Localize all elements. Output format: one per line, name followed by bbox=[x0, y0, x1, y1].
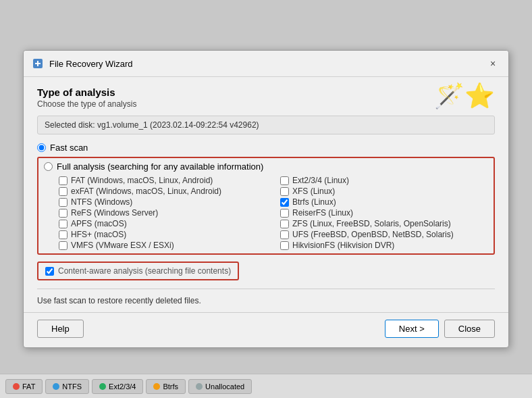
fast-scan-label[interactable]: Fast scan bbox=[50, 143, 88, 153]
fs-checkbox-apfs[interactable] bbox=[59, 220, 68, 228]
taskbar-dot bbox=[153, 383, 160, 390]
fs-label-xfs[interactable]: XFS (Linux) bbox=[292, 186, 335, 196]
taskbar-dot bbox=[13, 383, 20, 390]
next-button[interactable]: Next > bbox=[385, 320, 439, 338]
app-icon bbox=[32, 57, 44, 70]
fs-item-ntfs[interactable]: NTFS (Windows) bbox=[59, 197, 267, 207]
content-aware-checkbox[interactable] bbox=[45, 267, 54, 276]
fs-checkbox-exfat[interactable] bbox=[59, 187, 68, 196]
fs-checkbox-ntfs[interactable] bbox=[59, 198, 68, 207]
close-button[interactable]: Close bbox=[444, 320, 495, 338]
content-aware-label[interactable]: Content-aware analysis (searching file c… bbox=[58, 266, 231, 276]
taskbar-dot bbox=[99, 383, 106, 390]
fs-item-apfs[interactable]: APFS (macOS) bbox=[59, 219, 267, 228]
fs-label-reiserfs[interactable]: ReiserFS (Linux) bbox=[292, 208, 353, 218]
title-bar: File Recovery Wizard × bbox=[24, 51, 508, 77]
fs-label-apfs[interactable]: APFS (macOS) bbox=[71, 219, 127, 228]
fs-label-vmfs[interactable]: VMFS (VMware ESX / ESXi) bbox=[71, 241, 174, 250]
fs-label-btrfs[interactable]: Btrfs (Linux) bbox=[292, 197, 336, 207]
taskbar-label: Btrfs bbox=[163, 382, 178, 391]
fs-checkbox-ufs[interactable] bbox=[280, 230, 289, 239]
fs-item-fat[interactable]: FAT (Windows, macOS, Linux, Android) bbox=[59, 176, 267, 185]
help-button[interactable]: Help bbox=[37, 320, 84, 338]
fast-scan-option[interactable]: Fast scan bbox=[37, 143, 495, 153]
fs-label-zfs[interactable]: ZFS (Linux, FreeBSD, Solaris, OpenSolari… bbox=[292, 219, 451, 228]
fs-item-xfs[interactable]: XFS (Linux) bbox=[280, 186, 488, 196]
taskbar-item-unallocated[interactable]: Unallocated bbox=[188, 379, 252, 394]
full-analysis-option[interactable]: Full analysis (searching for any availab… bbox=[44, 161, 488, 172]
fs-item-hikvision[interactable]: HikvisionFS (Hikvision DVR) bbox=[280, 241, 488, 250]
fs-label-ntfs[interactable]: NTFS (Windows) bbox=[71, 197, 132, 207]
content-aware-section: Content-aware analysis (searching file c… bbox=[37, 262, 239, 280]
fs-item-reiserfs[interactable]: ReiserFS (Linux) bbox=[280, 208, 488, 218]
hint-text: Use fast scan to restore recently delete… bbox=[37, 289, 495, 305]
fs-label-hikvision[interactable]: HikvisionFS (Hikvision DVR) bbox=[292, 241, 394, 250]
fast-scan-radio[interactable] bbox=[37, 143, 46, 152]
header-section: Type of analysis Choose the type of anal… bbox=[24, 77, 508, 116]
fs-checkbox-fat[interactable] bbox=[59, 176, 68, 185]
fs-label-exfat[interactable]: exFAT (Windows, macOS, Linux, Android) bbox=[71, 186, 221, 196]
taskbar-item-ntfs[interactable]: NTFS bbox=[45, 379, 89, 394]
fs-label-ext234[interactable]: Ext2/3/4 (Linux) bbox=[292, 176, 349, 185]
taskbar-item-ext2/3/4[interactable]: Ext2/3/4 bbox=[92, 379, 143, 394]
filesystem-grid: FAT (Windows, macOS, Linux, Android)Ext2… bbox=[59, 176, 488, 250]
taskbar: FATNTFSExt2/3/4BtrfsUnallocated bbox=[0, 374, 532, 398]
fs-checkbox-refs[interactable] bbox=[59, 209, 68, 218]
fs-item-vmfs[interactable]: VMFS (VMware ESX / ESXi) bbox=[59, 241, 267, 250]
fs-item-ext234[interactable]: Ext2/3/4 (Linux) bbox=[280, 176, 488, 185]
taskbar-dot bbox=[53, 383, 59, 390]
fs-label-fat[interactable]: FAT (Windows, macOS, Linux, Android) bbox=[71, 176, 213, 185]
taskbar-label: NTFS bbox=[62, 382, 82, 391]
taskbar-label: Unallocated bbox=[205, 382, 244, 391]
fs-checkbox-btrfs[interactable] bbox=[280, 198, 289, 207]
selected-disk-info: Selected disk: vg1.volume_1 (2023.02.14-… bbox=[37, 116, 495, 134]
fs-checkbox-xfs[interactable] bbox=[280, 187, 289, 196]
fs-item-hfsplus[interactable]: HFS+ (macOS) bbox=[59, 230, 267, 239]
dialog-title: File Recovery Wizard bbox=[49, 59, 133, 69]
full-analysis-radio[interactable] bbox=[44, 162, 53, 171]
fs-checkbox-hikvision[interactable] bbox=[280, 241, 289, 250]
fs-item-refs[interactable]: ReFS (Windows Server) bbox=[59, 208, 267, 218]
fs-label-hfsplus[interactable]: HFS+ (macOS) bbox=[71, 230, 126, 239]
page-title: Type of analysis bbox=[37, 86, 136, 98]
fs-checkbox-ext234[interactable] bbox=[280, 176, 289, 185]
taskbar-label: Ext2/3/4 bbox=[109, 382, 136, 391]
fs-label-refs[interactable]: ReFS (Windows Server) bbox=[71, 208, 158, 218]
fs-checkbox-hfsplus[interactable] bbox=[59, 230, 68, 239]
fs-checkbox-reiserfs[interactable] bbox=[280, 209, 289, 218]
wizard-icon: 🪄⭐ bbox=[434, 84, 495, 108]
page-subtitle: Choose the type of analysis bbox=[37, 99, 136, 109]
taskbar-label: FAT bbox=[22, 382, 35, 391]
fs-item-btrfs[interactable]: Btrfs (Linux) bbox=[280, 197, 488, 207]
close-title-button[interactable]: × bbox=[485, 56, 500, 71]
full-analysis-label[interactable]: Full analysis (searching for any availab… bbox=[57, 161, 263, 172]
fs-checkbox-vmfs[interactable] bbox=[59, 241, 68, 250]
fs-item-zfs[interactable]: ZFS (Linux, FreeBSD, Solaris, OpenSolari… bbox=[280, 219, 488, 228]
taskbar-item-fat[interactable]: FAT bbox=[5, 379, 43, 394]
fs-item-exfat[interactable]: exFAT (Windows, macOS, Linux, Android) bbox=[59, 186, 267, 196]
full-analysis-section: Full analysis (searching for any availab… bbox=[37, 157, 495, 255]
content-area: Selected disk: vg1.volume_1 (2023.02.14-… bbox=[24, 116, 508, 312]
fs-checkbox-zfs[interactable] bbox=[280, 220, 289, 228]
footer: Help Next > Close bbox=[24, 312, 508, 347]
file-recovery-dialog: File Recovery Wizard × Type of analysis … bbox=[23, 50, 509, 348]
fs-item-ufs[interactable]: UFS (FreeBSD, OpenBSD, NetBSD, Solaris) bbox=[280, 230, 488, 239]
taskbar-item-btrfs[interactable]: Btrfs bbox=[146, 379, 186, 394]
taskbar-dot bbox=[196, 383, 203, 390]
fs-label-ufs[interactable]: UFS (FreeBSD, OpenBSD, NetBSD, Solaris) bbox=[292, 230, 454, 239]
